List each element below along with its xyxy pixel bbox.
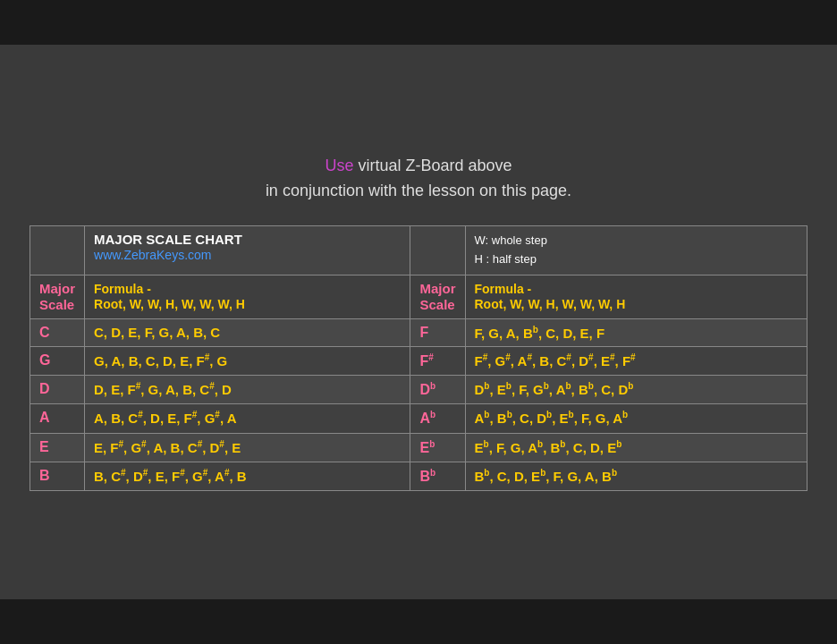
formula-row: MajorScale Formula - Root, W, W, H, W, W… [30, 275, 807, 318]
intro-line1-rest: virtual Z-Board above [353, 157, 512, 174]
key-fsharp: F# [410, 346, 465, 375]
table-row: C C, D, E, F, G, A, B, C F F, G, A, Bb, … [30, 318, 807, 346]
use-word: Use [325, 157, 353, 174]
key-g: G [30, 346, 85, 375]
key-d: D [30, 376, 85, 404]
header-empty2 [410, 226, 465, 275]
key-b: B [30, 462, 85, 491]
intro-text: Use virtual Z-Board above in conjunction… [266, 153, 571, 205]
step-info: W: whole step H : half step [475, 232, 799, 269]
notes-db: Db, Eb, F, Gb, Ab, Bb, C, Db [465, 376, 807, 404]
key-f: F [410, 318, 465, 346]
notes-f: F, G, A, Bb, C, D, E, F [465, 318, 807, 346]
table-row: B B, C#, D#, E, F#, G#, A#, B Bb Bb, C, … [30, 462, 807, 491]
notes-e: E, F#, G#, A, B, C#, D#, E [85, 433, 410, 462]
notes-fsharp: F#, G#, A#, B, C#, D#, E#, F# [465, 346, 807, 375]
key-eb: Eb [410, 433, 465, 462]
main-content: Use virtual Z-Board above in conjunction… [0, 45, 837, 599]
formula-text-left: Root, W, W, H, W, W, W, H [94, 297, 245, 311]
key-a: A [30, 404, 85, 433]
notes-bb: Bb, C, D, Eb, F, G, A, Bb [465, 462, 807, 491]
notes-a: A, B, C#, D, E, F#, G#, A [85, 404, 410, 433]
bottom-bar [0, 599, 837, 644]
notes-g: G, A, B, C, D, E, F#, G [85, 346, 410, 375]
table-row: E E, F#, G#, A, B, C#, D#, E Eb Eb, F, G… [30, 433, 807, 462]
major-scale-chart: MAJOR SCALE CHART www.ZebraKeys.com W: w… [30, 225, 807, 491]
whole-step: W: whole step [475, 232, 799, 250]
chart-link[interactable]: www.ZebraKeys.com [94, 248, 211, 262]
formula-left: Formula - Root, W, W, H, W, W, W, H [85, 275, 410, 318]
top-bar [0, 0, 837, 45]
intro-line1: Use virtual Z-Board above [325, 157, 512, 174]
formula-title-left: Formula - [94, 282, 151, 296]
notes-b: B, C#, D#, E, F#, G#, A#, B [85, 462, 410, 491]
formula-key-label2: MajorScale [410, 275, 465, 318]
header-empty [30, 226, 85, 275]
table-row: G G, A, B, C, D, E, F#, G F# F#, G#, A#,… [30, 346, 807, 375]
chart-title: MAJOR SCALE CHART [94, 232, 401, 247]
notes-c: C, D, E, F, G, A, B, C [85, 318, 410, 346]
formula-key-label: MajorScale [30, 275, 85, 318]
notes-ab: Ab, Bb, C, Db, Eb, F, G, Ab [465, 404, 807, 433]
formula-right: Formula - Root, W, W, H, W, W, W, H [465, 275, 807, 318]
formula-text-right: Root, W, W, H, W, W, W, H [475, 297, 626, 311]
key-ab: Ab [410, 404, 465, 433]
key-c: C [30, 318, 85, 346]
formula-title-right: Formula - [475, 282, 532, 296]
half-step: H : half step [475, 250, 799, 269]
header-title-cell: MAJOR SCALE CHART www.ZebraKeys.com [85, 226, 410, 275]
key-db: Db [410, 376, 465, 404]
header-steps-cell: W: whole step H : half step [465, 226, 807, 275]
header-row: MAJOR SCALE CHART www.ZebraKeys.com W: w… [30, 226, 807, 275]
intro-line2: in conjunction with the lesson on this p… [266, 182, 571, 199]
key-bb: Bb [410, 462, 465, 491]
major-scale-label2: MajorScale [419, 281, 455, 312]
table-row: D D, E, F#, G, A, B, C#, D Db Db, Eb, F,… [30, 376, 807, 404]
notes-eb: Eb, F, G, Ab, Bb, C, D, Eb [465, 433, 807, 462]
table-row: A A, B, C#, D, E, F#, G#, A Ab Ab, Bb, C… [30, 404, 807, 433]
key-e: E [30, 433, 85, 462]
major-scale-label: MajorScale [39, 281, 75, 312]
notes-d: D, E, F#, G, A, B, C#, D [85, 376, 410, 404]
